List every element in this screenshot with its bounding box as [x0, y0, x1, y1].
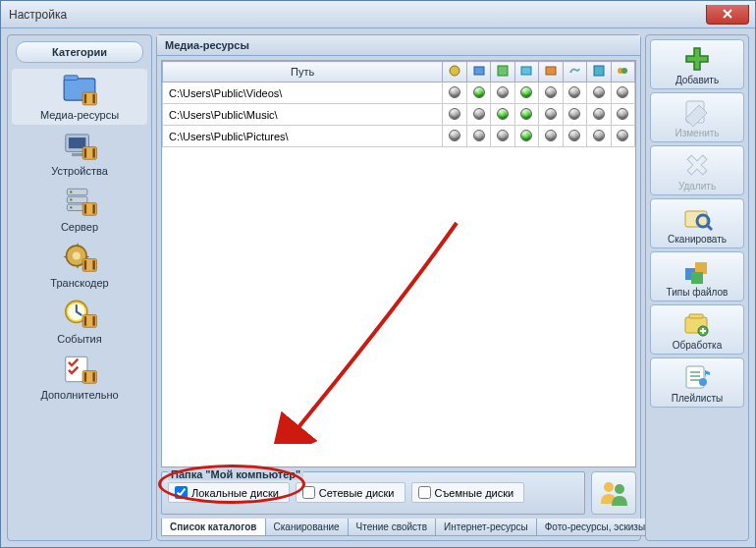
cell-flag[interactable]: [587, 82, 611, 104]
cell-flag[interactable]: [514, 82, 538, 104]
svg-rect-23: [84, 260, 86, 270]
column-icon-2[interactable]: [466, 62, 490, 82]
local-disks-checkbox[interactable]: Локальные диски: [168, 482, 290, 503]
table-row[interactable]: C:\Users\Public\Videos\: [163, 82, 635, 104]
cell-flag[interactable]: [539, 104, 563, 126]
tab[interactable]: Чтение свойств: [348, 519, 436, 536]
cell-flag[interactable]: [539, 82, 563, 104]
delete-button[interactable]: Удалить: [650, 145, 744, 195]
local-disks-label: Локальные диски: [191, 487, 279, 499]
led-off-icon: [593, 108, 605, 120]
sidebar-item-events[interactable]: События: [12, 293, 147, 349]
column-icon-5[interactable]: [539, 62, 563, 82]
cell-flag[interactable]: [443, 104, 466, 126]
filetypes-icon: [681, 256, 713, 286]
svg-rect-33: [92, 372, 94, 382]
cell-flag[interactable]: [514, 104, 538, 126]
column-icon-8[interactable]: [611, 62, 635, 82]
users-icon: [598, 478, 629, 508]
column-icon-6[interactable]: [563, 62, 586, 82]
cell-flag[interactable]: [539, 126, 563, 147]
removable-disks-checkbox[interactable]: Съемные диски: [411, 482, 525, 503]
led-off-icon: [449, 108, 460, 120]
column-path[interactable]: Путь: [163, 62, 443, 82]
sidebar-header: Категории: [16, 41, 143, 63]
column-icon-3[interactable]: [491, 62, 514, 82]
led-off-icon: [617, 86, 628, 98]
sidebar-item-devices[interactable]: Устройства: [12, 125, 147, 181]
svg-rect-36: [498, 66, 508, 76]
sidebar-item-additional[interactable]: Дополнительно: [12, 349, 147, 405]
scan-button[interactable]: Сканировать: [650, 198, 744, 248]
close-button[interactable]: [706, 5, 749, 25]
process-button[interactable]: Обработка: [650, 304, 744, 355]
cell-path: C:\Users\Public\Videos\: [163, 82, 443, 104]
add-label: Добавить: [653, 75, 741, 85]
svg-rect-3: [84, 94, 86, 104]
svg-rect-4: [92, 94, 94, 104]
cell-flag[interactable]: [466, 126, 490, 147]
removable-disks-label: Съемные диски: [435, 487, 514, 499]
cell-flag[interactable]: [563, 126, 586, 147]
tab[interactable]: Интернет-ресурсы: [435, 519, 537, 536]
cell-flag[interactable]: [443, 126, 466, 147]
events-icon: [61, 296, 98, 331]
devices-icon: [61, 128, 98, 163]
sidebar-item-label: Дополнительно: [12, 389, 147, 401]
led-off-icon: [473, 130, 485, 141]
cell-flag[interactable]: [466, 82, 490, 104]
process-icon: [681, 309, 713, 339]
filetypes-button[interactable]: Типы файлов: [650, 251, 744, 301]
svg-rect-29: [92, 316, 94, 326]
removable-disks-input[interactable]: [418, 486, 431, 499]
svg-rect-35: [474, 67, 484, 75]
cell-flag[interactable]: [587, 126, 611, 147]
add-button[interactable]: Добавить: [650, 39, 744, 89]
server-icon: [61, 184, 98, 219]
cell-flag[interactable]: [491, 82, 514, 104]
users-button[interactable]: [591, 471, 636, 515]
svg-point-42: [604, 482, 614, 492]
cell-flag[interactable]: [611, 104, 635, 126]
network-disks-input[interactable]: [302, 486, 315, 499]
led-off-icon: [568, 108, 580, 120]
playlists-button[interactable]: Плейлисты: [650, 357, 744, 408]
table-row[interactable]: C:\Users\Public\Pictures\: [163, 126, 635, 147]
sidebar-item-media[interactable]: Медиа-ресурсы: [12, 69, 147, 125]
tab[interactable]: Список каталогов: [161, 519, 266, 536]
column-icon-7[interactable]: [587, 62, 611, 82]
cell-flag[interactable]: [491, 104, 514, 126]
sidebar-item-transcoder[interactable]: Транскодер: [12, 237, 147, 293]
cell-flag[interactable]: [466, 104, 490, 126]
led-off-icon: [545, 130, 557, 141]
led-off-icon: [545, 108, 557, 120]
cell-flag[interactable]: [443, 82, 466, 104]
cell-flag[interactable]: [563, 82, 586, 104]
scan-label: Сканировать: [653, 234, 741, 245]
svg-rect-49: [691, 272, 703, 284]
cell-flag[interactable]: [563, 104, 586, 126]
tab[interactable]: Фото-ресурсы, эскизы: [536, 519, 654, 536]
local-disks-input[interactable]: [175, 486, 188, 499]
column-icon-1[interactable]: [443, 62, 466, 82]
edit-button[interactable]: Изменить: [650, 92, 744, 142]
media-resources-icon: [61, 72, 98, 107]
svg-rect-38: [546, 67, 556, 75]
grid: Путь C:\Users\Public\Vid: [161, 60, 636, 467]
network-disks-checkbox[interactable]: Сетевые диски: [296, 482, 405, 503]
svg-point-14: [70, 191, 72, 192]
sidebar-item-label: Устройства: [12, 165, 147, 177]
sidebar-item-server[interactable]: Сервер: [12, 181, 147, 237]
tab[interactable]: Сканирование: [265, 519, 349, 536]
cell-flag[interactable]: [611, 126, 635, 147]
cell-flag[interactable]: [514, 126, 538, 147]
led-off-icon: [473, 108, 485, 120]
svg-rect-32: [84, 372, 86, 382]
table-row[interactable]: C:\Users\Public\Music\: [163, 104, 635, 126]
column-icon-4[interactable]: [514, 62, 538, 82]
cell-flag[interactable]: [587, 104, 611, 126]
led-off-icon: [617, 130, 628, 141]
cell-flag[interactable]: [491, 126, 514, 147]
cell-flag[interactable]: [611, 82, 635, 104]
main-header: Медиа-ресурсы: [157, 35, 640, 56]
